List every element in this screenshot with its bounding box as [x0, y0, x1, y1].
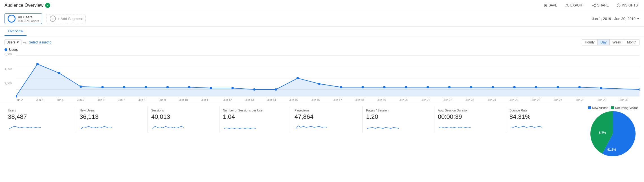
pie-label-new: 91.3% [607, 148, 616, 151]
metric-value-avg-session: 00:00:39 [438, 113, 502, 120]
metric-avg-session: Avg. Session Duration 00:00:39 [434, 106, 506, 133]
data-point [145, 86, 147, 88]
save-button[interactable]: SAVE [542, 2, 559, 8]
x-label: Jun 28 [576, 98, 584, 102]
metric-value-users: 38,487 [8, 113, 72, 120]
x-label: Jun 21 [421, 98, 430, 102]
data-point [600, 87, 602, 89]
share-icon [592, 3, 596, 7]
x-label: Jun 14 [267, 98, 276, 102]
data-point [578, 86, 581, 88]
metric-sessions-per-user: Number of Sessions per User 1.04 [219, 106, 291, 133]
x-axis-labels: Jun 2 Jun 3 Jun 4 Jun 5 Jun 6 Jun 7 Jun … [0, 98, 644, 103]
x-label: Jun 8 [139, 98, 145, 102]
tab-overview[interactable]: Overview [5, 27, 27, 36]
data-point [36, 63, 39, 65]
metric-label-users: Users [8, 109, 72, 112]
verified-icon: ✓ [45, 3, 50, 8]
x-label: Jun 16 [311, 98, 320, 102]
data-point [318, 83, 320, 85]
sparkline-users [8, 122, 42, 130]
metric-dropdown[interactable]: Users ▼ [5, 40, 21, 45]
x-label: Jun 17 [333, 98, 342, 102]
metric-label-pages-session: Pages / Session [366, 109, 431, 112]
x-label: Jun 23 [465, 98, 474, 102]
top-bar: Audience Overview ✓ SAVE EXPORT SHARE IN… [0, 0, 644, 11]
data-point [557, 86, 559, 88]
metric-label-new-users: New Users [80, 109, 144, 112]
data-point [513, 86, 516, 88]
data-point [427, 86, 429, 88]
segment-left: All Users 100.00% Users + + Add Segment [5, 13, 86, 24]
chart-area-fill [16, 64, 639, 97]
all-users-pct: 100.00% Users [18, 19, 39, 23]
date-range-caret: ▼ [637, 17, 639, 20]
data-point [231, 87, 234, 89]
x-label: Jun 30 [620, 98, 628, 102]
select-metric-link[interactable]: Select a metric [29, 40, 51, 44]
metric-value-pages-session: 1.20 [366, 113, 431, 120]
vs-label: vs. [23, 41, 27, 44]
dropdown-caret: ▼ [16, 40, 19, 44]
metric-new-users: New Users 36,113 [76, 106, 148, 133]
x-label: Jun 9 [159, 98, 166, 102]
all-users-chip[interactable]: All Users 100.00% Users [5, 13, 42, 24]
data-point [296, 77, 299, 79]
data-point [58, 72, 60, 74]
metric-users: Users 38,487 [5, 106, 76, 133]
data-point [123, 86, 125, 88]
save-icon [544, 3, 548, 7]
svg-line-5 [594, 5, 595, 5]
data-point [166, 86, 169, 88]
metric-label-bounce-rate: Bounce Rate [509, 109, 574, 112]
time-btn-day[interactable]: Day [598, 40, 610, 45]
overview-tab-bar: Overview [0, 27, 644, 36]
sparkline-pageviews [294, 122, 328, 130]
x-label: Jun 25 [510, 98, 518, 102]
data-point [80, 85, 82, 88]
data-point [362, 86, 364, 88]
pie-legend-new: New Visitor [588, 106, 608, 109]
x-label: Jun 2 [16, 98, 23, 102]
sparkline-br [509, 122, 543, 130]
time-btn-month[interactable]: Month [624, 40, 639, 45]
sparkline-asd [438, 122, 472, 130]
metric-value-pageviews: 47,864 [294, 113, 359, 120]
x-label: Jun 24 [488, 98, 496, 102]
svg-point-3 [595, 6, 596, 7]
date-range[interactable]: Jun 1, 2019 - Jun 30, 2019 ▼ [592, 17, 639, 21]
time-toggle: Hourly Day Week Month [582, 39, 639, 45]
x-label: Jun 6 [98, 98, 104, 102]
x-label: Jun 7 [118, 98, 125, 102]
insights-button[interactable]: INSIGHTS [615, 2, 639, 8]
data-point [448, 86, 450, 88]
line-chart-svg [16, 53, 639, 98]
data-point [210, 87, 212, 89]
new-visitor-legend-color [588, 106, 591, 109]
data-point [253, 88, 255, 91]
x-label: Jun 18 [355, 98, 364, 102]
pie-labels: 91.3% 8.7% [590, 122, 636, 156]
metric-value-bounce-rate: 84.31% [509, 113, 574, 120]
segment-bar: All Users 100.00% Users + + Add Segment … [0, 11, 644, 27]
metric-label-avg-session: Avg. Session Duration [438, 109, 502, 112]
add-segment-button[interactable]: + + Add Segment [47, 14, 86, 23]
data-point [470, 86, 472, 88]
time-btn-hourly[interactable]: Hourly [582, 40, 598, 45]
data-point [535, 86, 537, 88]
metric-bounce-rate: Bounce Rate 84.31% [506, 106, 577, 133]
metric-label-pageviews: Pageviews [294, 109, 359, 112]
pie-area: New Visitor Returning Visitor 91.3% 8.7% [582, 103, 644, 160]
x-label: Jun 19 [377, 98, 386, 102]
time-btn-week[interactable]: Week [610, 40, 624, 45]
chart-legend: Users [0, 47, 644, 53]
sparkline-sessions [151, 122, 185, 130]
metric-label-sessions: Sessions [151, 109, 216, 112]
export-button[interactable]: EXPORT [564, 2, 586, 8]
chart-area: 6,000 4,000 2,000 [0, 53, 644, 98]
legend-label-users: Users [9, 48, 18, 52]
share-button[interactable]: SHARE [590, 2, 610, 8]
x-label: Jun 15 [289, 98, 298, 102]
x-label: Jun 29 [598, 98, 606, 102]
page-title-area: Audience Overview ✓ [5, 3, 50, 8]
